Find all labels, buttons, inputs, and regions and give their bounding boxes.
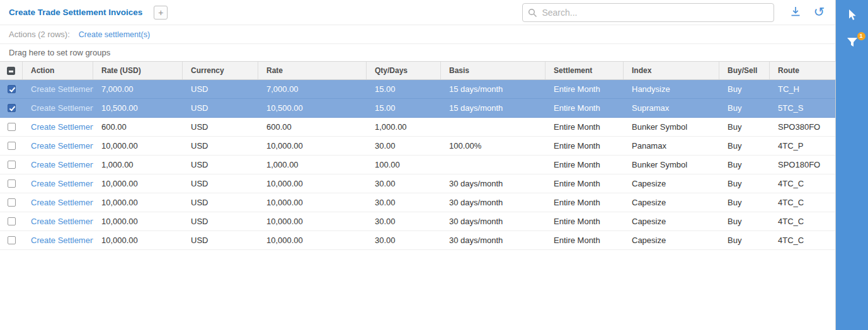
table-row[interactable]: Create Settlement 7,000.00 USD 7,000.00 … [0,80,835,99]
column-header-rate-usd[interactable]: Rate (USD) [93,62,183,79]
buy-sell-cell: Buy [719,156,770,174]
table-row[interactable]: Create Settlement 1,000.00 USD 1,000.00 … [0,156,835,174]
index-cell: Capesize [624,212,719,230]
row-select-cell[interactable] [0,156,23,174]
rate-usd-cell: 10,000.00 [93,193,183,212]
table-row[interactable]: Create Settlement 600.00 USD 600.00 1,00… [0,118,835,137]
column-header-route[interactable]: Route [770,62,836,79]
action-cell: Create Settlement [23,156,93,174]
create-settlement-link[interactable]: Create Settlement [31,103,93,113]
column-header-currency[interactable]: Currency [183,62,258,79]
rate-usd-cell: 10,000.00 [93,231,183,249]
qty-days-cell: 1,000.00 [367,118,441,136]
basis-cell: 30 days/month [441,231,545,249]
filter-tool-button[interactable]: 1 [843,33,862,53]
column-header-basis[interactable]: Basis [441,62,545,79]
row-select-cell[interactable] [0,212,23,230]
index-cell: Capesize [624,174,719,193]
index-cell: Capesize [624,231,719,249]
create-settlement-link[interactable]: Create Settlement [31,160,93,169]
add-view-button[interactable]: + [154,6,168,20]
basis-cell: 15 days/month [441,80,545,98]
row-checkbox[interactable] [8,104,16,112]
create-settlement-link[interactable]: Create Settlement [31,198,93,207]
create-settlement-link[interactable]: Create Settlement [31,179,93,188]
table-row[interactable]: Create Settlement 10,000.00 USD 10,000.0… [0,174,835,193]
basis-cell: 30 days/month [441,174,545,193]
row-select-cell[interactable] [0,99,23,117]
create-settlement-link[interactable]: Create Settlement [31,122,93,132]
rate-usd-cell: 600.00 [93,118,183,136]
select-all-cell[interactable] [0,62,23,79]
currency-cell: USD [183,80,258,98]
table-row[interactable]: Create Settlement 10,000.00 USD 10,000.0… [0,137,835,156]
table-row[interactable]: Create Settlement 10,000.00 USD 10,000.0… [0,193,835,212]
rate-cell: 1,000.00 [258,156,367,174]
create-settlements-link[interactable]: Create settlement(s) [79,30,150,39]
row-group-drop-zone[interactable]: Drag here to set row groups [0,44,835,61]
index-cell: Supramax [624,99,719,117]
create-settlement-link[interactable]: Create Settlement [31,236,93,245]
buy-sell-cell: Buy [719,231,770,249]
select-all-checkbox[interactable] [7,67,15,75]
column-header-qty-days[interactable]: Qty/Days [367,62,441,79]
pointer-tool-button[interactable] [843,5,862,26]
route-cell: 4TC_C [770,174,836,193]
route-cell: TC_H [770,80,836,98]
table-row[interactable]: Create Settlement 10,000.00 USD 10,000.0… [0,212,835,231]
column-header-buy-sell[interactable]: Buy/Sell [719,62,770,79]
table-row[interactable]: Create Settlement 10,000.00 USD 10,000.0… [0,231,835,250]
route-cell: SPO180FO [770,156,836,174]
filter-icon [845,36,859,50]
route-cell: 4TC_P [770,137,836,155]
index-cell: Capesize [624,193,719,212]
row-select-cell[interactable] [0,193,23,212]
row-checkbox[interactable] [8,179,16,188]
action-cell: Create Settlement [23,80,93,98]
settlement-cell: Entire Month [545,99,624,117]
row-select-cell[interactable] [0,231,23,249]
action-cell: Create Settlement [23,174,93,193]
row-select-cell[interactable] [0,174,23,193]
search-input[interactable] [522,3,774,22]
column-header-rate[interactable]: Rate [258,62,367,79]
toolbar-right: ↺ [522,3,826,22]
grid-header: Action Rate (USD) Currency Rate Qty/Days… [0,61,835,80]
column-header-action[interactable]: Action [23,62,93,79]
settlement-cell: Entire Month [545,80,624,98]
basis-cell: 30 days/month [441,193,545,212]
row-checkbox[interactable] [8,123,16,131]
create-settlement-link[interactable]: Create Settlement [31,84,93,94]
row-checkbox[interactable] [8,142,16,150]
row-select-cell[interactable] [0,137,23,155]
column-header-settlement[interactable]: Settlement [545,62,624,79]
currency-cell: USD [183,156,258,174]
side-panel: 1 [836,0,868,330]
rate-usd-cell: 10,500.00 [93,99,183,117]
index-cell: Bunker Symbol [624,118,719,136]
basis-cell: 30 days/month [441,212,545,230]
row-checkbox[interactable] [8,198,16,207]
rate-usd-cell: 10,000.00 [93,212,183,230]
buy-sell-cell: Buy [719,137,770,155]
row-select-cell[interactable] [0,118,23,136]
row-checkbox[interactable] [8,217,16,225]
column-header-index[interactable]: Index [624,62,719,79]
route-cell: 4TC_C [770,212,836,230]
rate-usd-cell: 10,000.00 [93,137,183,155]
download-button[interactable] [788,4,803,21]
create-settlement-link[interactable]: Create Settlement [31,217,93,226]
rate-cell: 10,000.00 [258,137,367,155]
search-box [522,3,774,22]
row-select-cell[interactable] [0,80,23,98]
row-checkbox[interactable] [8,161,16,169]
page-title: Create Trade Settlement Invoices [9,8,142,17]
basis-cell: 15 days/month [441,99,545,117]
row-checkbox[interactable] [8,85,16,93]
qty-days-cell: 15.00 [367,80,441,98]
table-row[interactable]: Create Settlement 10,500.00 USD 10,500.0… [0,99,835,118]
create-settlement-link[interactable]: Create Settlement [31,141,93,151]
qty-days-cell: 30.00 [367,193,441,212]
undo-button[interactable]: ↺ [812,4,826,20]
row-checkbox[interactable] [8,236,16,244]
